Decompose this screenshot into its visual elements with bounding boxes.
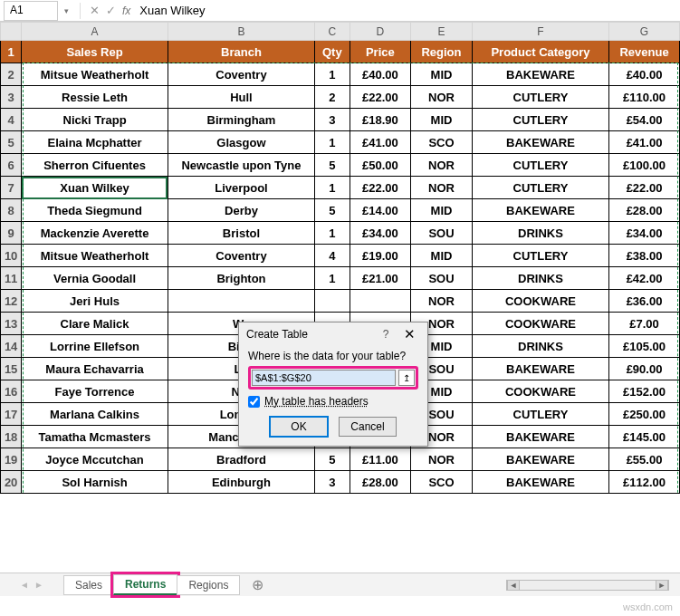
row-header[interactable]: 3 — [1, 86, 22, 109]
cell[interactable]: £21.00 — [350, 267, 410, 290]
col-header[interactable]: E — [411, 23, 473, 41]
cell[interactable]: NOR — [411, 86, 473, 109]
cell[interactable]: 3 — [315, 471, 350, 494]
cell[interactable]: Maura Echavarria — [22, 358, 168, 380]
cell[interactable]: £54.00 — [609, 109, 680, 131]
cell[interactable]: Faye Torrence — [22, 380, 168, 403]
col-header[interactable]: D — [350, 23, 410, 41]
cell[interactable]: £36.00 — [609, 290, 680, 313]
cell[interactable]: £41.00 — [609, 131, 680, 154]
cell[interactable]: Coventry — [168, 63, 314, 86]
cell[interactable]: BAKEWARE — [472, 471, 608, 494]
row-header[interactable]: 10 — [1, 245, 22, 267]
cell[interactable]: Sherron Cifuentes — [22, 154, 168, 177]
cell[interactable]: CUTLERY — [472, 245, 608, 267]
cell[interactable]: CUTLERY — [472, 109, 608, 131]
table-header-cell[interactable]: Product Category — [472, 41, 608, 63]
ok-button[interactable]: OK — [270, 417, 328, 437]
cell[interactable]: Xuan Wilkey — [22, 177, 168, 199]
cell[interactable]: NOR — [411, 448, 473, 471]
scroll-left-icon[interactable]: ◄ — [507, 581, 520, 590]
tab-nav-right-icon[interactable]: ► — [34, 580, 43, 590]
col-header[interactable]: B — [168, 23, 314, 41]
cell[interactable]: DRINKS — [472, 222, 608, 245]
table-range-input[interactable] — [252, 370, 396, 386]
cell[interactable]: £105.00 — [609, 335, 680, 358]
col-header[interactable]: A — [22, 23, 168, 41]
row-header[interactable]: 19 — [1, 448, 22, 471]
cell[interactable]: Lorrine Ellefson — [22, 335, 168, 358]
cell[interactable]: 5 — [315, 448, 350, 471]
cell[interactable]: Hull — [168, 86, 314, 109]
cell[interactable]: Bradford — [168, 448, 314, 471]
cell[interactable]: £110.00 — [609, 86, 680, 109]
cell[interactable]: £22.00 — [350, 86, 410, 109]
cell[interactable]: BAKEWARE — [472, 358, 608, 380]
cell[interactable]: £38.00 — [609, 245, 680, 267]
row-header[interactable]: 12 — [1, 290, 22, 313]
cell[interactable]: £90.00 — [609, 358, 680, 380]
tab-nav-left-icon[interactable]: ◄ — [20, 580, 29, 590]
cell[interactable]: Brighton — [168, 267, 314, 290]
cell[interactable]: Mitsue Weatherholt — [22, 245, 168, 267]
cell[interactable]: Sol Harnish — [22, 471, 168, 494]
cell[interactable]: £34.00 — [350, 222, 410, 245]
col-header[interactable]: F — [472, 23, 608, 41]
row-header[interactable]: 9 — [1, 222, 22, 245]
cell[interactable]: DRINKS — [472, 267, 608, 290]
row-header[interactable]: 17 — [1, 403, 22, 426]
cell[interactable]: DRINKS — [472, 335, 608, 358]
col-header[interactable]: G — [609, 23, 680, 41]
cell[interactable]: Nicki Trapp — [22, 109, 168, 131]
cell[interactable]: 5 — [315, 154, 350, 177]
cell[interactable]: Edinburgh — [168, 471, 314, 494]
cell[interactable]: CUTLERY — [472, 177, 608, 199]
headers-checkbox[interactable] — [248, 396, 260, 408]
row-header[interactable]: 14 — [1, 335, 22, 358]
cell[interactable] — [315, 290, 350, 313]
cell[interactable]: £55.00 — [609, 448, 680, 471]
name-box[interactable]: A1 — [4, 1, 58, 21]
cell[interactable]: 5 — [315, 199, 350, 222]
cell[interactable]: £42.00 — [609, 267, 680, 290]
formula-confirm-icon[interactable]: ✓ — [102, 3, 119, 19]
row-header[interactable]: 15 — [1, 358, 22, 380]
cell[interactable]: Jeri Huls — [22, 290, 168, 313]
cell[interactable]: SCO — [411, 131, 473, 154]
cell[interactable]: £19.00 — [350, 245, 410, 267]
row-header[interactable]: 5 — [1, 131, 22, 154]
cell[interactable]: 1 — [315, 63, 350, 86]
cell[interactable]: £40.00 — [609, 63, 680, 86]
cell[interactable]: £152.00 — [609, 380, 680, 403]
cell[interactable]: NOR — [411, 177, 473, 199]
cell[interactable] — [350, 290, 410, 313]
cell[interactable]: BAKEWARE — [472, 63, 608, 86]
cell[interactable]: £50.00 — [350, 154, 410, 177]
cell[interactable]: £112.00 — [609, 471, 680, 494]
select-all-corner[interactable] — [1, 23, 22, 41]
row-header[interactable]: 20 — [1, 471, 22, 494]
table-header-cell[interactable]: Sales Rep — [22, 41, 168, 63]
dialog-help-icon[interactable]: ? — [375, 328, 397, 341]
row-header[interactable]: 4 — [1, 109, 22, 131]
sheet-tab-regions[interactable]: Regions — [177, 575, 240, 595]
cell[interactable]: 4 — [315, 245, 350, 267]
cell[interactable]: BAKEWARE — [472, 426, 608, 448]
headers-checkbox-row[interactable]: My table has headers — [248, 395, 418, 408]
cell[interactable]: Theda Siegmund — [22, 199, 168, 222]
row-header[interactable]: 8 — [1, 199, 22, 222]
cell[interactable]: SOU — [411, 222, 473, 245]
new-sheet-icon[interactable]: ⊕ — [246, 576, 268, 593]
row-header[interactable]: 11 — [1, 267, 22, 290]
table-header-cell[interactable]: Branch — [168, 41, 314, 63]
row-header[interactable]: 2 — [1, 63, 22, 86]
cell[interactable]: 1 — [315, 177, 350, 199]
cell[interactable]: £22.00 — [609, 177, 680, 199]
row-header[interactable]: 1 — [1, 41, 22, 63]
formula-cancel-icon[interactable]: ✕ — [86, 3, 102, 19]
cell[interactable]: Clare Malick — [22, 313, 168, 335]
cell[interactable]: MID — [411, 109, 473, 131]
cell[interactable]: Marlana Calkins — [22, 403, 168, 426]
cell[interactable]: £22.00 — [350, 177, 410, 199]
cell[interactable]: Elaina Mcphatter — [22, 131, 168, 154]
